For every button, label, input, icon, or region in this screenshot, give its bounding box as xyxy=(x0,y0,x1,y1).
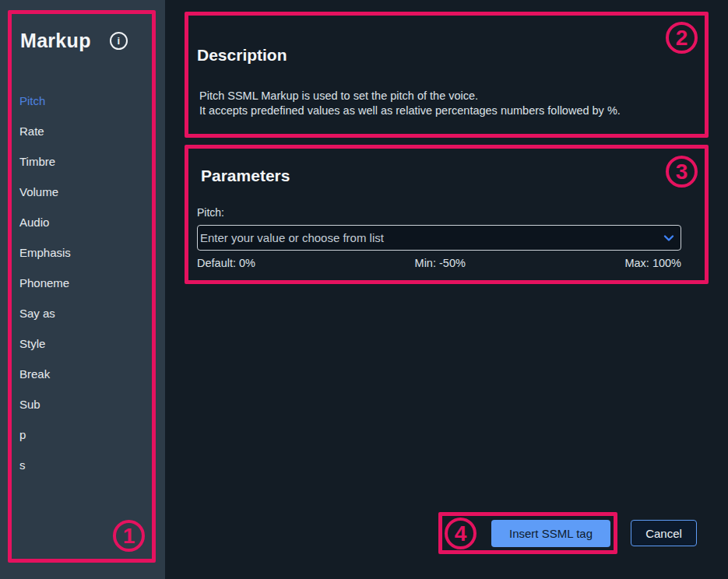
info-icon[interactable]: i xyxy=(110,32,128,50)
sidebar-item-pitch[interactable]: Pitch xyxy=(19,86,149,116)
sidebar-item-say-as[interactable]: Say as xyxy=(19,298,149,328)
pitch-field-label: Pitch: xyxy=(197,206,224,219)
description-line-2: It accepts predefined values as well as … xyxy=(199,104,621,118)
annotation-box-description xyxy=(185,12,709,138)
markup-sidebar: Markup i Pitch Rate Timbre Volume Audio … xyxy=(0,0,165,579)
pitch-range-info: Default: 0% Min: -50% Max: 100% xyxy=(197,257,681,269)
min-value-label: Min: -50% xyxy=(415,257,466,269)
chevron-down-icon[interactable] xyxy=(663,232,675,244)
sidebar-item-emphasis[interactable]: Emphasis xyxy=(19,237,149,268)
sidebar-item-timbre[interactable]: Timbre xyxy=(19,146,149,177)
sidebar-item-break[interactable]: Break xyxy=(19,359,149,389)
cancel-button[interactable]: Cancel xyxy=(631,520,697,546)
sidebar-header: Markup i xyxy=(20,30,128,52)
insert-ssml-tag-button[interactable]: Insert SSML tag xyxy=(491,520,610,547)
sidebar-item-s[interactable]: s xyxy=(19,450,149,480)
pitch-value-input[interactable] xyxy=(197,225,681,251)
sidebar-item-audio[interactable]: Audio xyxy=(19,207,149,237)
pitch-value-combobox xyxy=(197,225,681,251)
sidebar-title: Markup xyxy=(20,30,91,52)
markup-nav: Pitch Rate Timbre Volume Audio Emphasis … xyxy=(19,86,149,480)
sidebar-item-phoneme[interactable]: Phoneme xyxy=(19,268,149,298)
max-value-label: Max: 100% xyxy=(624,257,681,269)
annotation-badge-4: 4 xyxy=(445,518,477,549)
sidebar-item-style[interactable]: Style xyxy=(19,328,149,359)
sidebar-item-p[interactable]: p xyxy=(19,419,149,450)
description-line-1: Pitch SSML Markup is used to set the pit… xyxy=(199,89,621,104)
parameters-title: Parameters xyxy=(201,167,290,185)
default-value-label: Default: 0% xyxy=(197,257,255,269)
sidebar-item-volume[interactable]: Volume xyxy=(19,177,149,207)
annotation-badge-3: 3 xyxy=(666,156,698,188)
description-title: Description xyxy=(197,46,287,65)
description-text: Pitch SSML Markup is used to set the pit… xyxy=(199,89,621,118)
sidebar-item-rate[interactable]: Rate xyxy=(19,116,149,146)
annotation-badge-2: 2 xyxy=(666,22,698,54)
sidebar-item-sub[interactable]: Sub xyxy=(19,389,149,419)
